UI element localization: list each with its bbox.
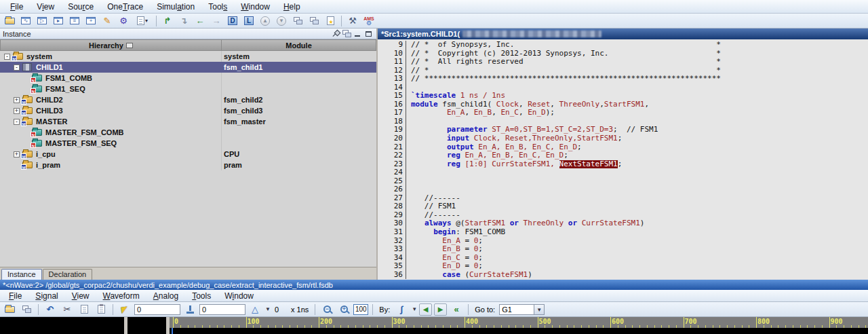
tree-row-child2[interactable]: +MCHILD2fsm_child2	[0, 94, 376, 105]
tree-row-master_fsm_comb[interactable]: NMASTER_FSM_COMB	[0, 127, 376, 138]
forward-icon[interactable]: →	[209, 14, 224, 27]
collapse-icon[interactable]: -	[4, 54, 10, 60]
ruler-tick	[450, 325, 451, 328]
ruler-tick	[326, 325, 327, 328]
maximize-icon[interactable]	[363, 29, 374, 38]
menu-nwave-waveform[interactable]: Waveform	[97, 290, 146, 302]
column-header-module[interactable]: Module	[222, 40, 376, 50]
previous-icon[interactable]: ▲	[258, 14, 273, 27]
expand-icon[interactable]: +	[14, 151, 20, 157]
dropdown-caret[interactable]: ▾	[145, 18, 148, 24]
edit-source-icon[interactable]: ✎	[100, 14, 115, 27]
goto-value[interactable]: G1	[499, 304, 534, 315]
search-signal-icon[interactable]: ∫	[394, 303, 409, 316]
open-database-icon[interactable]	[2, 14, 17, 27]
nwave-window-icon[interactable]: ∿	[18, 14, 33, 27]
toolbox-icon[interactable]: ⚒	[345, 14, 360, 27]
float-window-icon[interactable]	[341, 29, 352, 38]
paste-icon[interactable]	[94, 303, 108, 316]
jump-to-icon[interactable]: «	[449, 303, 464, 316]
menu-nwave-window[interactable]: Window	[218, 290, 260, 302]
tree-row-master_fsm_seq[interactable]: NMASTER_FSM_SEQ	[0, 138, 376, 149]
tab-instance[interactable]: Instance	[1, 269, 42, 280]
get-signals-icon[interactable]	[19, 303, 34, 316]
tree-row-master[interactable]: -MMASTERfsm_master	[0, 116, 376, 127]
menu-main-help[interactable]: Help	[277, 1, 307, 13]
prev-transition-button[interactable]: ◀	[419, 303, 432, 316]
menu-nwave-analog[interactable]: Analog	[147, 290, 184, 302]
tree-row-fsm1_comb[interactable]: NFSM1_COMB	[0, 73, 376, 84]
goto-dropdown-button[interactable]: ▼	[534, 304, 545, 315]
compile-design-icon[interactable]: ⚙	[116, 14, 131, 27]
menu-nwave-signal[interactable]: Signal	[29, 290, 64, 302]
nwave-toolbar: ↶✂◤△▼0x 1ns−+100By:∫▼◀▶«Go to:G1▼	[0, 302, 868, 317]
tree-row-i_cpu[interactable]: +Mi_cpuCPU	[0, 149, 376, 160]
minimize-icon[interactable]	[352, 29, 363, 38]
zoom-level-button[interactable]: 100	[353, 304, 368, 315]
ruler-tick	[836, 325, 837, 328]
menu-nwave-file[interactable]: File	[3, 290, 28, 302]
tree-column-header[interactable]: Hierarchy Module	[0, 39, 376, 51]
zoom-out-icon[interactable]: −	[319, 303, 334, 316]
cursor-time-input[interactable]	[134, 304, 180, 315]
column-header-hierarchy[interactable]: Hierarchy	[1, 40, 222, 50]
back-icon[interactable]: ←	[193, 14, 208, 27]
source-code-view[interactable]: 9// * of Synopsys, Inc. *10// * Copyrigh…	[378, 39, 868, 280]
hierarchy-browser-icon[interactable]: ≡	[67, 14, 82, 27]
driver-icon[interactable]: D	[225, 14, 240, 27]
undo-icon[interactable]: ↶	[43, 303, 58, 316]
menu-main-file[interactable]: File	[4, 1, 29, 13]
goto-combo[interactable]: G1▼	[499, 304, 545, 315]
time-cursor[interactable]	[172, 328, 173, 334]
menu-main-source[interactable]: Source	[62, 1, 100, 13]
tree-row-i_pram[interactable]: Mi_prampram	[0, 160, 376, 170]
duplicate-window-icon[interactable]	[307, 14, 321, 27]
pin-icon[interactable]	[330, 29, 341, 38]
tree-row-fsm1_seq[interactable]: NFSM1_SEQ	[0, 84, 376, 94]
cut-icon[interactable]: ✂	[60, 303, 75, 316]
signal-value-panel[interactable]	[127, 317, 166, 334]
marker-time-input[interactable]	[199, 304, 245, 315]
search-dropdown-caret[interactable]: ▼	[412, 306, 417, 312]
next-icon[interactable]: ▼	[274, 14, 289, 27]
time-ruler[interactable]: 0100200300400500600700800900	[170, 317, 868, 328]
next-transition-button[interactable]: ▶	[434, 303, 447, 316]
save-session-icon[interactable]: ▾	[132, 14, 153, 27]
zoom-in-icon[interactable]: +	[336, 303, 351, 316]
cascade-windows-icon[interactable]	[290, 14, 305, 27]
tab-declaration[interactable]: Declaration	[43, 269, 93, 280]
marker-icon[interactable]	[182, 303, 197, 316]
menu-nwave-view[interactable]: View	[66, 290, 96, 302]
trace-driver-icon[interactable]: ↱	[160, 14, 175, 27]
menu-main-simulation[interactable]: Simulation	[151, 1, 201, 13]
menu-main-view[interactable]: View	[31, 1, 60, 13]
menu-main-tools[interactable]: Tools	[202, 1, 233, 13]
ruler-tick	[231, 325, 232, 328]
tree-row-child1[interactable]: -CHILD1fsm_child1	[0, 62, 376, 73]
source-title: *Src1:system.CHILD1(	[381, 30, 460, 38]
open-file-icon[interactable]	[2, 303, 17, 316]
menu-main-window[interactable]: Window	[235, 1, 276, 13]
new-source-tab-icon[interactable]: +	[83, 14, 98, 27]
load-icon[interactable]: L	[241, 14, 256, 27]
expand-icon[interactable]: +	[14, 97, 20, 103]
expand-icon[interactable]: +	[14, 108, 20, 114]
nschema-window-icon[interactable]: ▷	[35, 14, 50, 27]
menu-main-onetrace[interactable]: OneTrace	[101, 1, 149, 13]
ntrace-window-icon[interactable]: ▸	[51, 14, 66, 27]
collapse-icon[interactable]: -	[14, 64, 20, 71]
signal-name-panel[interactable]	[0, 317, 124, 334]
delta-icon[interactable]: △	[248, 303, 262, 316]
bookmark-icon[interactable]	[323, 14, 338, 27]
ams-icon[interactable]: AMS⚙	[361, 14, 376, 27]
trace-load-icon[interactable]: ↴	[176, 14, 191, 27]
menu-nwave-tools[interactable]: Tools	[186, 290, 217, 302]
delta-dropdown-caret[interactable]: ▼	[265, 306, 271, 312]
copy-icon[interactable]	[77, 303, 92, 316]
waveform-canvas[interactable]: 0100200300400500600700800900	[170, 317, 868, 334]
tree-row-child3[interactable]: +MCHILD3fsm_child3	[0, 105, 376, 116]
tree-row-system[interactable]: -Msystemsystem	[0, 51, 376, 62]
cursor-mode-icon[interactable]: ◤	[117, 303, 132, 316]
collapse-icon[interactable]: -	[14, 119, 20, 125]
ruler-tick	[384, 325, 385, 328]
